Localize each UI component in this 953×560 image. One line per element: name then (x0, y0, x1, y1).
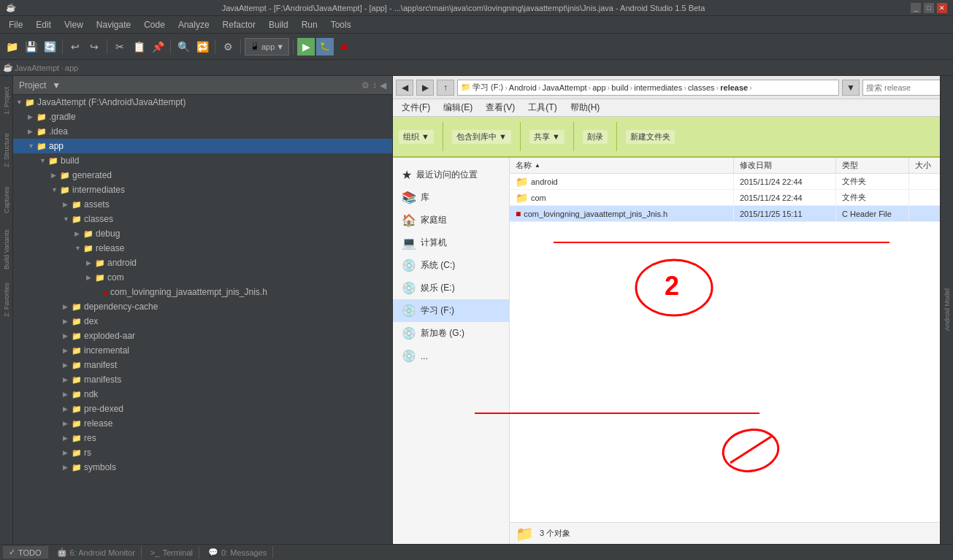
tree-item-exploded-aar[interactable]: ▶ 📁 exploded-aar (13, 329, 392, 343)
menu-tools[interactable]: Tools (325, 18, 357, 31)
address-crumb-7[interactable]: classes (688, 83, 715, 92)
address-crumb-2[interactable]: Android (509, 83, 537, 92)
save-all-button[interactable]: 💾 (22, 38, 39, 55)
breadcrumb-app[interactable]: app (65, 64, 78, 72)
undo-button[interactable]: ↩ (66, 38, 84, 55)
menu-run[interactable]: Run (296, 18, 324, 31)
sidebar-icon-project[interactable]: 1: Project (1, 79, 12, 123)
sidebar-icon-structure[interactable]: 2: Structure (1, 129, 12, 172)
menu-tools-cn[interactable]: 工具(T) (522, 100, 562, 115)
tree-item-manifest[interactable]: ▶ 📁 manifest (13, 358, 392, 372)
sort-icon[interactable]: ↕ (372, 80, 377, 91)
nav-drive-f[interactable]: 💿 学习 (F:) (393, 299, 509, 322)
replace-button[interactable]: 🔁 (194, 38, 211, 55)
nav-drive-e[interactable]: 💿 娱乐 (E:) (393, 277, 509, 299)
tree-item-h-file[interactable]: ■ com_lovingning_javaattempt_jnis_Jnis.h (13, 285, 392, 299)
include-in-library-button[interactable]: 包含到库中 ▼ (452, 130, 511, 144)
right-sidebar-icon[interactable]: Android Model (940, 76, 953, 544)
menu-view-cn[interactable]: 查看(V) (480, 100, 521, 115)
debug-button[interactable]: 🐛 (316, 38, 334, 55)
tree-item-com-release[interactable]: ▶ 📁 com (13, 270, 392, 285)
tree-item-build[interactable]: ▼ 📁 build (13, 153, 392, 168)
forward-button[interactable]: ▶ (416, 80, 434, 96)
menu-code[interactable]: Code (138, 18, 171, 31)
sidebar-icon-captures[interactable]: Captures (1, 178, 12, 222)
maximize-button[interactable]: □ (924, 3, 934, 13)
address-dropdown-button[interactable]: ▼ (842, 80, 860, 96)
minimize-button[interactable]: _ (911, 3, 921, 13)
menu-refactor[interactable]: Refactor (217, 18, 261, 31)
breadcrumb-javaattempt[interactable]: JavaAttempt (15, 64, 59, 72)
menu-file[interactable]: File (3, 18, 28, 31)
stop-button[interactable]: ■ (335, 38, 353, 55)
nav-drive-c[interactable]: 💿 系统 (C:) (393, 254, 509, 277)
collapse-icon[interactable]: ◀ (380, 80, 386, 91)
organize-button[interactable]: 组织 ▼ (399, 130, 434, 144)
address-crumb-6[interactable]: intermediates (634, 83, 682, 92)
tree-item-classes[interactable]: ▼ 📁 classes (13, 212, 392, 226)
menu-view[interactable]: View (58, 18, 89, 31)
nav-more[interactable]: 💿 ... (393, 345, 509, 367)
tree-item-release-intermediates[interactable]: ▶ 📁 release (13, 416, 392, 431)
menu-navigate[interactable]: Navigate (91, 18, 137, 31)
nav-recent[interactable]: ★ 最近访问的位置 (393, 164, 509, 186)
share-button[interactable]: 共享 ▼ (529, 130, 564, 144)
titlebar-controls[interactable]: _ □ ✕ (911, 3, 947, 13)
address-crumb-1[interactable]: 学习 (F:) (472, 82, 503, 93)
address-bar[interactable]: 📁 学习 (F:) › Android › JavaAttempt › app … (457, 80, 839, 96)
file-row-h[interactable]: ■ com_lovingning_javaattempt_jnis_Jnis.h… (510, 206, 953, 222)
cut-button[interactable]: ✂ (111, 38, 129, 55)
tree-item-generated[interactable]: ▶ 📁 generated (13, 168, 392, 183)
tree-item-manifests[interactable]: ▶ 📁 manifests (13, 372, 392, 387)
col-date[interactable]: 修改日期 (734, 158, 836, 173)
nav-library[interactable]: 📚 库 (393, 186, 509, 209)
address-crumb-8[interactable]: release (720, 83, 748, 92)
copy-button[interactable]: 📋 (130, 38, 148, 55)
tree-item-root[interactable]: ▼ 📁 JavaAttempt (F:\Android\JavaAttempt) (13, 95, 392, 110)
tree-item-android-release[interactable]: ▶ 📁 android (13, 256, 392, 270)
tree-item-app[interactable]: ▼ 📁 app (13, 139, 392, 153)
back-button[interactable]: ◀ (396, 80, 413, 96)
tree-item-debug[interactable]: ▶ 📁 debug (13, 226, 392, 241)
tab-android-monitor[interactable]: 🤖 6: Android Monitor (51, 546, 142, 559)
menu-file-cn[interactable]: 文件(F) (396, 100, 436, 115)
nav-computer[interactable]: 💻 计算机 (393, 231, 509, 254)
sidebar-icon-favorites[interactable]: 2: Favorites (1, 277, 12, 321)
address-crumb-5[interactable]: build (611, 83, 628, 92)
menu-edit-cn[interactable]: 编辑(E) (437, 100, 478, 115)
run-button[interactable]: ▶ (297, 38, 315, 55)
address-crumb-4[interactable]: app (592, 83, 605, 92)
col-type[interactable]: 类型 (836, 158, 909, 173)
gear-icon[interactable]: ⚙ (361, 80, 370, 91)
menu-edit[interactable]: Edit (30, 18, 57, 31)
burn-button[interactable]: 刻录 (583, 130, 608, 144)
tree-item-res[interactable]: ▶ 📁 res (13, 431, 392, 445)
file-row-com[interactable]: 📁 com 2015/11/24 22:44 文件夹 (510, 190, 953, 206)
tree-item-ndk[interactable]: ▶ 📁 ndk (13, 387, 392, 402)
tree-item-intermediates[interactable]: ▼ 📁 intermediates (13, 183, 392, 197)
tree-item-incremental[interactable]: ▶ 📁 incremental (13, 343, 392, 358)
col-name[interactable]: 名称 ▲ (510, 158, 734, 173)
tree-item-gradle[interactable]: ▶ 📁 .gradle (13, 110, 392, 124)
sidebar-icon-build-variants[interactable]: Build Variants (1, 228, 12, 272)
tree-item-dependency-cache[interactable]: ▶ 📁 dependency-cache (13, 299, 392, 314)
tree-item-pre-dexed[interactable]: ▶ 📁 pre-dexed (13, 402, 392, 416)
tree-item-dex[interactable]: ▶ 📁 dex (13, 314, 392, 329)
up-button[interactable]: ↑ (437, 80, 454, 96)
paste-button[interactable]: 📌 (149, 38, 167, 55)
tab-todo[interactable]: ✓ TODO (3, 546, 48, 559)
tree-item-rs[interactable]: ▶ 📁 rs (13, 445, 392, 460)
tab-terminal[interactable]: >_ Terminal (145, 547, 199, 559)
open-project-button[interactable]: 📁 (3, 38, 20, 55)
search-input[interactable] (862, 80, 950, 96)
menu-build[interactable]: Build (263, 18, 294, 31)
menu-analyze[interactable]: Analyze (172, 18, 215, 31)
tree-item-assets[interactable]: ▶ 📁 assets (13, 197, 392, 212)
project-dropdown-icon[interactable]: ▼ (52, 80, 61, 91)
menu-help-cn[interactable]: 帮助(H) (564, 100, 606, 115)
file-row-android[interactable]: 📁 android 2015/11/24 22:44 文件夹 (510, 174, 953, 190)
tree-item-release-classes[interactable]: ▼ 📁 release (13, 241, 392, 256)
nav-homegroup[interactable]: 🏠 家庭组 (393, 209, 509, 231)
address-crumb-3[interactable]: JavaAttempt (542, 83, 586, 92)
find-button[interactable]: 🔍 (175, 38, 192, 55)
